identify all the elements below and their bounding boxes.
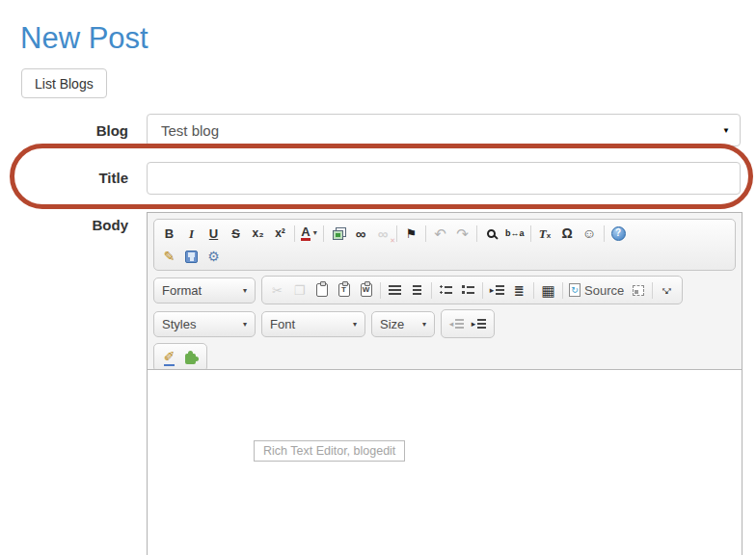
text-color-icon: A — [301, 225, 310, 241]
show-blocks-icon — [633, 285, 644, 296]
toolbar-group-formatting: B I U S x₂ x² A ▾ ∞ ∞ ⚑ ↶ ↷ — [153, 219, 736, 271]
indent-arrow-icon: ▸ — [490, 286, 495, 295]
toolbar-separator — [323, 225, 324, 242]
plugin-button[interactable] — [180, 346, 202, 369]
title-label: Title — [0, 170, 128, 186]
edit-pencil-button[interactable]: ✎ — [158, 245, 180, 268]
insert-table-button[interactable]: ▦ — [537, 278, 559, 302]
link-button[interactable]: ∞ — [349, 222, 371, 245]
remove-format-icon: T — [539, 227, 547, 240]
undo-button[interactable]: ↶ — [429, 222, 451, 245]
find-button[interactable] — [480, 222, 502, 245]
justify-button[interactable]: ≣ — [508, 278, 530, 302]
text-color-button[interactable]: A ▾ — [298, 222, 320, 245]
editor-content-area[interactable]: Rich Text Editor, blogedit — [148, 369, 742, 555]
bulleted-list-icon — [440, 285, 452, 295]
toolbar-separator — [482, 282, 483, 299]
templates-icon — [333, 230, 343, 240]
paste-as-text-button[interactable]: T — [333, 278, 355, 302]
paste-button[interactable] — [310, 278, 333, 302]
toolbar-separator — [380, 282, 381, 299]
copy-button[interactable]: ❐ — [288, 278, 310, 302]
puzzle-icon — [185, 354, 196, 364]
editor-toolbar: B I U S x₂ x² A ▾ ∞ ∞ ⚑ ↶ ↷ — [148, 213, 742, 376]
blog-select[interactable]: Test blog ▼ — [147, 114, 741, 146]
title-input[interactable] — [147, 162, 741, 195]
maximize-button[interactable] — [656, 278, 678, 302]
toolbar-separator — [396, 225, 397, 242]
toolbar-separator — [652, 282, 653, 299]
format-dropdown[interactable]: Format ▾ — [153, 278, 256, 304]
toolbar-separator — [476, 225, 477, 242]
paste-icon — [316, 283, 328, 297]
toolbar-separator — [604, 225, 605, 242]
align-center-button[interactable] — [406, 278, 428, 302]
chevron-down-icon: ▾ — [422, 320, 426, 329]
paste-word-icon: W — [361, 283, 372, 297]
bulleted-list-button[interactable] — [435, 278, 457, 302]
toolbar-separator — [431, 282, 432, 299]
paste-text-icon: T — [338, 283, 350, 297]
toolbar-group-indent: ◂ ▸ — [441, 309, 495, 338]
save-icon — [185, 251, 198, 263]
toolbar-group-plugins: ✐ — [153, 343, 207, 372]
source-button[interactable]: ↻ Source — [566, 278, 627, 302]
subscript-button[interactable]: x₂ — [247, 222, 269, 245]
blog-select-value: Test blog — [161, 122, 219, 139]
underline-button[interactable]: U — [202, 222, 225, 245]
blog-label: Blog — [0, 122, 128, 139]
templates-button[interactable] — [327, 222, 349, 245]
special-character-button[interactable]: Ω — [556, 222, 579, 245]
font-dropdown[interactable]: Font ▾ — [261, 311, 365, 337]
indent-icon: ▸ — [472, 320, 476, 329]
body-label: Body — [0, 217, 128, 233]
remove-format-button[interactable]: Tx — [534, 222, 556, 245]
editor-accessibility-label: Rich Text Editor, blogedit — [254, 440, 405, 462]
chevron-down-icon: ▾ — [243, 320, 247, 329]
align-left-icon — [389, 285, 401, 295]
indent-block-button[interactable]: ▸ — [486, 278, 508, 302]
styles-dropdown[interactable]: Styles ▾ — [153, 311, 256, 337]
numbered-list-icon — [462, 285, 474, 295]
outdent-icon: ◂ — [449, 320, 454, 329]
anchor-flag-button[interactable]: ⚑ — [400, 222, 422, 245]
superscript-button[interactable]: x² — [269, 222, 291, 245]
decrease-indent-button[interactable]: ◂ — [446, 312, 468, 335]
bold-button[interactable]: B — [158, 222, 180, 245]
toolbar-separator — [562, 282, 563, 299]
save-button[interactable] — [180, 245, 202, 268]
redo-button[interactable]: ↷ — [451, 222, 473, 245]
chevron-down-icon: ▾ — [313, 229, 317, 237]
source-icon: ↻ — [569, 283, 580, 297]
rich-text-editor: B I U S x₂ x² A ▾ ∞ ∞ ⚑ ↶ ↷ — [147, 212, 742, 555]
align-center-icon — [413, 285, 421, 295]
paste-from-word-button[interactable]: W — [355, 278, 377, 302]
size-dropdown[interactable]: Size ▾ — [371, 311, 435, 337]
toolbar-separator — [533, 282, 534, 299]
toolbar-separator — [425, 225, 426, 242]
unlink-button[interactable]: ∞ — [371, 222, 393, 245]
chevron-down-icon: ▾ — [353, 320, 357, 329]
about-help-button[interactable]: ? — [608, 222, 630, 245]
increase-indent-button[interactable]: ▸ — [468, 312, 490, 335]
toolbar-group-paragraph: ✂ ❐ T W ▸ ≣ ▦ ↻ — [261, 276, 683, 304]
maximize-icon — [660, 283, 674, 298]
show-blocks-button[interactable] — [627, 278, 649, 302]
marker-pen-icon: ✐ — [164, 350, 176, 366]
help-icon: ? — [611, 226, 626, 241]
toolbar-separator — [294, 225, 295, 242]
strikethrough-button[interactable]: S — [225, 222, 247, 245]
select-dropdown-arrow-icon: ▼ — [722, 126, 730, 135]
align-left-button[interactable] — [384, 278, 406, 302]
numbered-list-button[interactable] — [457, 278, 479, 302]
cut-button[interactable]: ✂ — [266, 278, 288, 302]
search-icon — [487, 229, 496, 238]
wrench-button[interactable]: ⚙ — [202, 245, 225, 268]
list-blogs-button[interactable]: List Blogs — [21, 68, 107, 98]
page-title: New Post — [20, 21, 148, 56]
marker-pen-button[interactable]: ✐ — [158, 346, 180, 369]
italic-button[interactable]: I — [180, 222, 202, 245]
toolbar-separator — [530, 225, 531, 242]
replace-button[interactable]: b↔a — [502, 222, 527, 245]
smiley-button[interactable]: ☺ — [579, 222, 601, 245]
